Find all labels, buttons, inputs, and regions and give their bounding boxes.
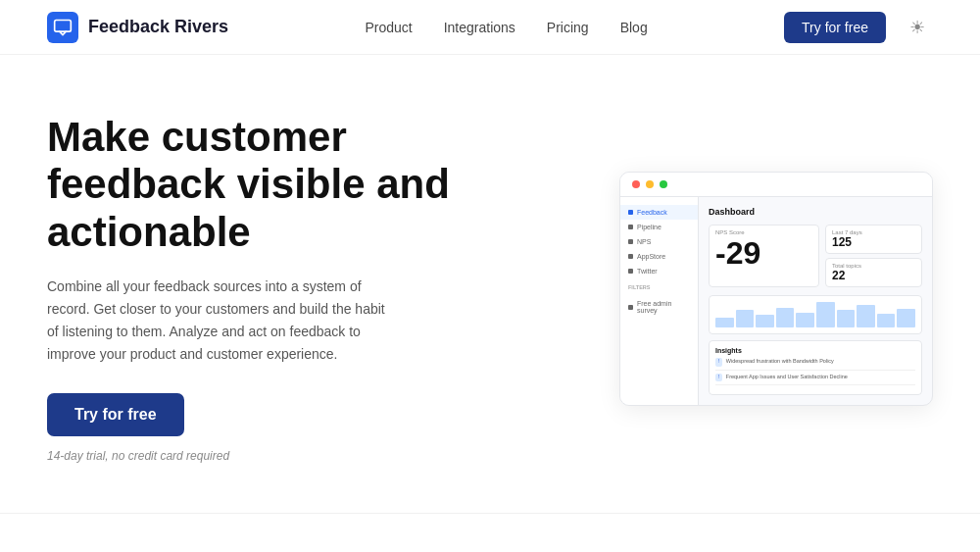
mock-dot-green xyxy=(660,180,667,188)
mock-sidebar-feedback[interactable]: Feedback xyxy=(620,205,698,220)
mock-stat-7days: Last 7 days 125 xyxy=(825,225,922,254)
hero-title: Make customer feedback visible and actio… xyxy=(47,114,459,256)
nav-integrations[interactable]: Integrations xyxy=(444,20,515,35)
mock-chart xyxy=(709,295,922,334)
mock-sidebar-twitter[interactable]: Twitter xyxy=(620,264,698,278)
mock-body: Feedback Pipeline NPS AppStore xyxy=(620,197,932,405)
hero-left: Make customer feedback visible and actio… xyxy=(47,114,459,464)
hero-description: Combine all your feedback sources into a… xyxy=(47,276,400,366)
chart-bar-6 xyxy=(816,302,835,327)
nav-blog[interactable]: Blog xyxy=(620,20,648,35)
mock-stat-topics: Total topics 22 xyxy=(825,258,922,287)
mock-insight-2: ! Frequent App Issues and User Satisfact… xyxy=(715,374,915,385)
logo-text: Feedback Rivers xyxy=(88,17,228,37)
chart-bar-1 xyxy=(715,318,734,327)
insight-badge-1: ! xyxy=(715,358,722,366)
mock-sidebar-appstore[interactable]: AppStore xyxy=(620,249,698,264)
logo-icon xyxy=(47,12,78,43)
mock-filters-label: FILTERS xyxy=(620,278,698,296)
chart-bar-4 xyxy=(776,308,795,328)
chart-bar-8 xyxy=(857,305,875,327)
dashboard-mockup: Feedback Pipeline NPS AppStore xyxy=(619,172,933,406)
chart-bar-10 xyxy=(897,309,915,328)
chart-bar-2 xyxy=(736,310,755,327)
mock-insights: Insights ! Widespread frustration with B… xyxy=(709,340,922,395)
theme-toggle-button[interactable]: ☀ xyxy=(902,12,933,43)
hero-section: Make customer feedback visible and actio… xyxy=(0,55,980,513)
svg-rect-0 xyxy=(55,20,72,31)
mock-stats-row: NPS Score -29 Last 7 days 125 Total topi… xyxy=(709,225,922,287)
mock-content-area: Dashboard NPS Score -29 Last 7 days 125 xyxy=(699,197,932,405)
chart-bar-7 xyxy=(837,310,856,327)
chart-bar-3 xyxy=(756,315,774,327)
mock-dot-red xyxy=(632,180,640,188)
hero-cta-button[interactable]: Try for free xyxy=(47,393,184,436)
sidebar-dot-feedback xyxy=(628,210,633,215)
mock-titlebar xyxy=(620,173,932,197)
mock-sidebar-free-survey[interactable]: Free admin survey xyxy=(620,296,698,318)
mock-content-title: Dashboard xyxy=(709,207,922,217)
nav-pricing[interactable]: Pricing xyxy=(547,20,589,35)
mock-dot-yellow xyxy=(646,180,654,188)
mock-sidebar-pipeline[interactable]: Pipeline xyxy=(620,220,698,234)
mock-sidebar: Feedback Pipeline NPS AppStore xyxy=(620,197,699,405)
logo-svg xyxy=(53,18,73,37)
section2: Take your understanding of customer need… xyxy=(0,513,980,552)
header-cta-button[interactable]: Try for free xyxy=(784,12,886,43)
sidebar-dot-twitter xyxy=(628,269,633,274)
sidebar-dot-pipeline xyxy=(628,225,633,229)
sun-icon: ☀ xyxy=(909,17,925,38)
hero-trial-text: 14-day trial, no credit card required xyxy=(47,449,229,463)
mock-stat-nps: NPS Score -29 xyxy=(709,225,819,287)
header-right: Try for free ☀ xyxy=(784,12,933,43)
main-nav: Product Integrations Pricing Blog xyxy=(365,20,647,35)
logo-area: Feedback Rivers xyxy=(47,12,228,43)
sidebar-dot-nps xyxy=(628,239,633,244)
chart-bar-5 xyxy=(796,313,814,328)
sidebar-dot-free-survey xyxy=(628,305,633,310)
nav-product[interactable]: Product xyxy=(365,20,412,35)
mock-insight-1: ! Widespread frustration with Bandwidth … xyxy=(715,358,915,370)
header: Feedback Rivers Product Integrations Pri… xyxy=(0,0,980,55)
insight-badge-2: ! xyxy=(715,374,722,381)
hero-right: Feedback Pipeline NPS AppStore xyxy=(619,172,933,406)
chart-bar-9 xyxy=(877,314,896,328)
sidebar-dot-appstore xyxy=(628,254,633,259)
mock-sidebar-nps[interactable]: NPS xyxy=(620,234,698,249)
